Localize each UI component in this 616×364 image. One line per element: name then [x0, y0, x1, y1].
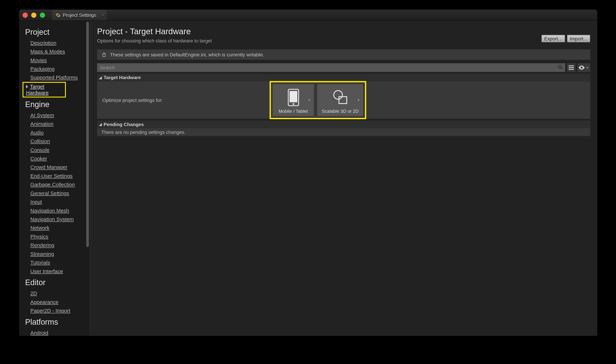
search-input-wrap: [97, 63, 565, 72]
import-button[interactable]: Import...: [567, 35, 590, 42]
sidebar-item[interactable]: Supported Platforms: [25, 73, 85, 82]
page-subtitle: Options for choosing which class of hard…: [97, 38, 590, 43]
section-target-hardware[interactable]: ◢ Target Hardware: [97, 74, 590, 81]
sidebar-item[interactable]: Appearance: [25, 298, 85, 306]
mobile-icon: [288, 87, 299, 108]
tab-label: Project Settings: [63, 12, 96, 17]
sidebar-item[interactable]: Console: [25, 145, 85, 154]
sidebar-item[interactable]: Movies: [25, 56, 85, 65]
gear-icon: [55, 12, 61, 17]
triangle-right-icon: [26, 85, 28, 88]
sidebar-item[interactable]: Tutorials: [25, 258, 85, 267]
sidebar-item[interactable]: Crowd Manager: [25, 163, 85, 171]
sidebar-scrollbar[interactable]: [85, 21, 90, 336]
option-label: Scalable 3D or 2D: [322, 108, 359, 113]
svg-rect-2: [569, 65, 574, 66]
writable-icon: [102, 52, 107, 57]
sidebar-item[interactable]: AI System: [25, 111, 85, 120]
project-settings-window: Project Settings × ProjectDescriptionMap…: [19, 10, 597, 336]
section-label: Target Hardware: [104, 75, 141, 80]
sidebar-item[interactable]: Animation: [25, 120, 85, 128]
sidebar-item[interactable]: Packaging: [25, 65, 85, 73]
window-controls: [23, 12, 45, 17]
info-text: These settings are saved in DefaultEngin…: [110, 52, 264, 57]
sidebar-heading: Platforms: [25, 318, 85, 327]
svg-point-7: [292, 103, 294, 105]
chevron-down-icon: ▼: [307, 98, 311, 102]
svg-point-0: [558, 65, 562, 68]
highlighted-option-group: Mobile / Tablet ▼ Scalable 3D or 2D ▼: [270, 81, 366, 119]
sidebar-item[interactable]: Cooker: [25, 154, 85, 163]
sidebar-item[interactable]: Physics: [25, 232, 85, 241]
svg-rect-6: [289, 91, 297, 103]
scalable-icon: [331, 87, 349, 108]
optimize-row: Optimize project settings for: Mobile / …: [97, 81, 590, 119]
tab-close-button[interactable]: ×: [102, 12, 104, 17]
option-label: Mobile / Tablet: [279, 108, 308, 113]
section-pending-changes[interactable]: ◢ Pending Changes: [97, 120, 590, 128]
disclosure-arrow-icon: ◢: [99, 76, 102, 80]
titlebar: Project Settings ×: [19, 10, 597, 21]
export-button[interactable]: Export...: [541, 35, 565, 42]
sidebar-item[interactable]: End-User Settings: [25, 172, 85, 180]
sidebar-item[interactable]: Description: [25, 39, 85, 47]
pending-changes-body: There are no pending settings changes.: [97, 128, 590, 136]
sidebar-item[interactable]: Collision: [25, 137, 85, 145]
sidebar-item[interactable]: Network: [25, 224, 85, 232]
section-label: Pending Changes: [104, 122, 144, 127]
page-title: Project - Target Hardware: [97, 27, 590, 36]
svg-rect-4: [569, 69, 574, 70]
option-mobile-tablet[interactable]: Mobile / Tablet ▼: [273, 84, 314, 116]
list-view-button[interactable]: [567, 63, 576, 72]
svg-point-8: [334, 91, 342, 99]
sidebar-item-label: Target Hardware: [26, 84, 49, 96]
sidebar-item[interactable]: General Settings: [25, 189, 85, 197]
sidebar-item[interactable]: Navigation System: [25, 215, 85, 224]
sidebar-item[interactable]: Garbage Collection: [25, 180, 85, 189]
sidebar-item[interactable]: Paper2D - Import: [25, 306, 85, 315]
visibility-dropdown[interactable]: ▼: [577, 63, 590, 72]
zoom-window-button[interactable]: [40, 12, 45, 17]
chevron-down-icon: ▼: [357, 98, 360, 102]
svg-line-1: [561, 68, 563, 69]
sidebar-heading: Project: [25, 28, 85, 37]
disclosure-arrow-icon: ◢: [99, 122, 102, 127]
main-panel: Project - Target Hardware Options for ch…: [90, 21, 597, 336]
sidebar-item[interactable]: Rendering: [25, 241, 85, 249]
pending-message: There are no pending settings changes.: [102, 130, 185, 135]
option-scalable-3d-2d[interactable]: Scalable 3D or 2D ▼: [317, 84, 363, 116]
sidebar-item[interactable]: Input: [25, 198, 85, 206]
sidebar: ProjectDescriptionMaps & ModesMoviesPack…: [19, 21, 90, 336]
minimize-window-button[interactable]: [31, 12, 37, 17]
search-icon: [557, 64, 564, 70]
sidebar-heading: Editor: [25, 278, 85, 287]
sidebar-item-target-hardware[interactable]: Target Hardware: [23, 82, 66, 98]
search-input[interactable]: [100, 65, 563, 70]
svg-rect-9: [339, 97, 347, 104]
sidebar-item[interactable]: Streaming: [25, 249, 85, 258]
optimize-label: Optimize project settings for:: [102, 97, 270, 103]
svg-rect-3: [569, 67, 574, 68]
sidebar-item[interactable]: Navigation Mesh: [25, 206, 85, 215]
sidebar-item[interactable]: Audio: [25, 128, 85, 137]
sidebar-item[interactable]: Maps & Modes: [25, 47, 85, 56]
sidebar-item[interactable]: 2D: [25, 289, 85, 298]
sidebar-item[interactable]: Android: [25, 328, 85, 336]
info-bar: These settings are saved in DefaultEngin…: [97, 49, 590, 60]
sidebar-item[interactable]: User Interface: [25, 267, 85, 275]
tab-project-settings[interactable]: Project Settings ×: [52, 10, 107, 20]
sidebar-heading: Engine: [25, 100, 85, 109]
close-window-button[interactable]: [23, 12, 28, 17]
